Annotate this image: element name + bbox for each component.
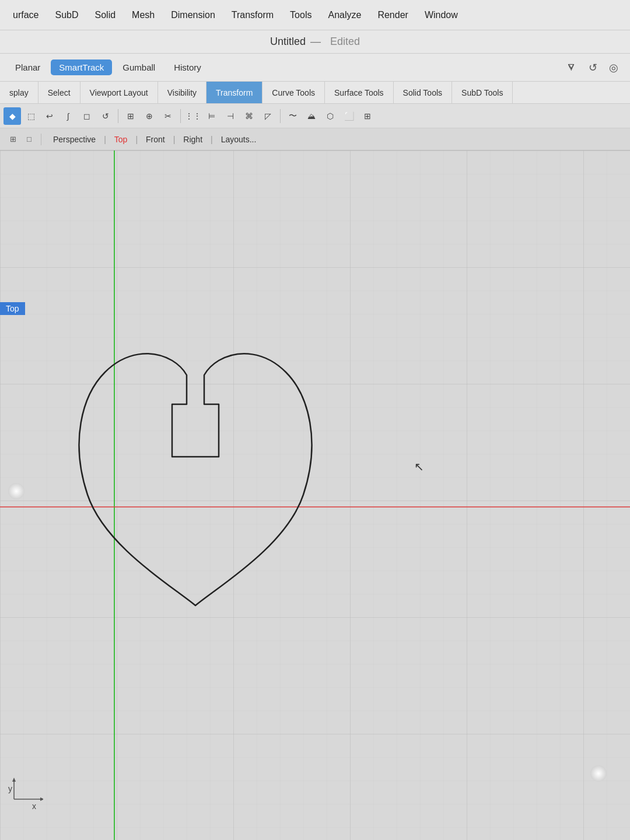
planar-button[interactable]: Planar (7, 60, 48, 75)
menu-solid[interactable]: Solid (87, 6, 124, 24)
viewport-marker-left (8, 483, 24, 499)
tab-viewport-layout[interactable]: Viewport Layout (80, 82, 158, 103)
curve-icon[interactable]: ∫ (60, 107, 77, 125)
tab-splay[interactable]: splay (0, 82, 38, 103)
document-title: Untitled (270, 36, 306, 48)
cut-icon[interactable]: ✂ (159, 107, 177, 125)
lasso-icon[interactable]: ↩ (41, 107, 58, 125)
tab-select[interactable]: Select (38, 82, 80, 103)
history-button[interactable]: History (166, 60, 209, 75)
surface-icon[interactable]: ◻ (78, 107, 96, 125)
viewport-marker-right (590, 765, 607, 782)
cage-edit-icon[interactable]: ⊞ (359, 107, 376, 125)
tab-transform[interactable]: Transform (206, 82, 262, 103)
align-icon[interactable]: ⊨ (203, 107, 220, 125)
viewport-tab-top[interactable]: Top (106, 132, 136, 146)
mirror-icon[interactable]: ⊣ (222, 107, 239, 125)
rotate-tool-icon[interactable]: ↺ (97, 107, 114, 125)
tab-visibility[interactable]: Visibility (158, 82, 206, 103)
menu-transform[interactable]: Transform (223, 6, 282, 24)
filter-icon[interactable]: ⛛ (562, 58, 581, 77)
heart-curve (70, 302, 321, 629)
move-uvn-icon[interactable]: ⬡ (321, 107, 339, 125)
menu-window[interactable]: Window (416, 6, 466, 24)
viewport-tab-right[interactable]: Right (175, 132, 211, 146)
menu-dimension[interactable]: Dimension (163, 6, 223, 24)
viewport-tabs-bar: ⊞ □ Perspective | Top | Front | Right | … (0, 128, 630, 150)
viewport-tab-front[interactable]: Front (138, 132, 173, 146)
target-icon[interactable]: ◎ (604, 58, 623, 77)
menu-surface[interactable]: urface (5, 6, 47, 24)
wave-icon[interactable]: 〜 (284, 107, 302, 125)
snap-icon[interactable]: ⊕ (141, 107, 158, 125)
toolbar-icons: ◆ ⬚ ↩ ∫ ◻ ↺ ⊞ ⊕ ✂ ⋮⋮ ⊨ ⊣ ⌘ ◸ 〜 ⛰ ⬡ ⬜ ⊞ (0, 104, 630, 128)
viewport-tab-perspective[interactable]: Perspective (45, 132, 104, 146)
title-edited-status: Edited (330, 36, 360, 48)
toolbar-tabs: splay Select Viewport Layout Visibility … (0, 82, 630, 104)
viewport-single-icon[interactable]: □ (21, 131, 37, 148)
title-separator: — (310, 36, 321, 48)
tab-surface-tools[interactable]: Surface Tools (325, 82, 394, 103)
rotate-icon[interactable]: ↺ (583, 58, 602, 77)
active-view-indicator: Top (0, 302, 25, 315)
array-icon[interactable]: ⋮⋮ (184, 107, 202, 125)
svg-marker-4 (40, 797, 43, 801)
menu-tools[interactable]: Tools (282, 6, 320, 24)
title-bar: Untitled — Edited (0, 30, 630, 54)
toolbar-row1: Planar SmartTrack Gumball History ⛛ ↺ ◎ (0, 54, 630, 82)
menu-render[interactable]: Render (369, 6, 416, 24)
grid-icon[interactable]: ⊞ (122, 107, 139, 125)
menu-bar: urface SubD Solid Mesh Dimension Transfo… (0, 0, 630, 30)
menu-analyze[interactable]: Analyze (320, 6, 369, 24)
main-viewport[interactable]: Top ↖ y x (0, 150, 630, 840)
tab-curve-tools[interactable]: Curve Tools (262, 82, 325, 103)
tab-solid-tools[interactable]: Solid Tools (394, 82, 452, 103)
svg-marker-5 (12, 778, 16, 782)
axis-arrow (8, 776, 43, 805)
smarttrack-button[interactable]: SmartTrack (51, 60, 112, 75)
gumball-button[interactable]: Gumball (114, 60, 163, 75)
menu-mesh[interactable]: Mesh (124, 6, 163, 24)
select-tool-icon[interactable]: ◆ (4, 107, 21, 125)
tab-subd-tools[interactable]: SubD Tools (452, 82, 513, 103)
viewport-grid-icon[interactable]: ⊞ (5, 131, 21, 148)
menu-subd[interactable]: SubD (47, 6, 86, 24)
box-select-icon[interactable]: ⬚ (22, 107, 40, 125)
scale-icon[interactable]: ⌘ (240, 107, 258, 125)
terrain-icon[interactable]: ⛰ (303, 107, 320, 125)
shear-icon[interactable]: ◸ (259, 107, 276, 125)
box-edit-icon[interactable]: ⬜ (340, 107, 358, 125)
viewport-tab-layouts[interactable]: Layouts... (213, 132, 265, 146)
